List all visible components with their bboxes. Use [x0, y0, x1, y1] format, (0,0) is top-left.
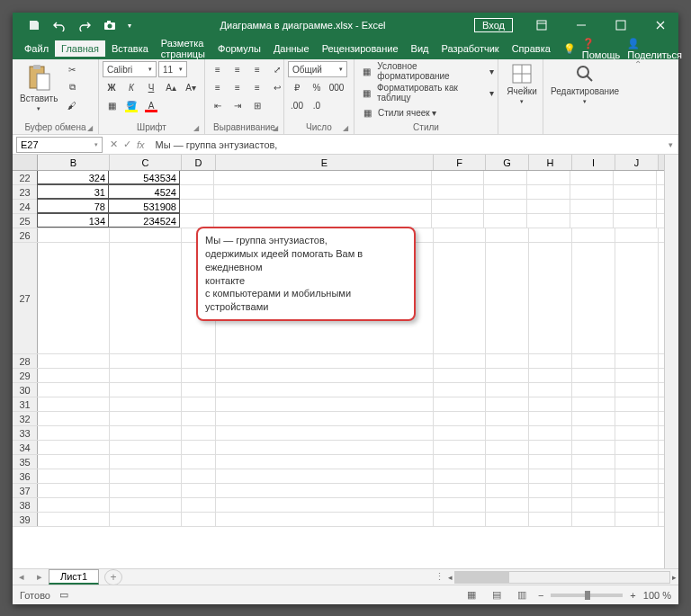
cell[interactable]	[216, 441, 434, 454]
cell[interactable]	[572, 498, 615, 512]
cell[interactable]: 234524	[108, 213, 180, 228]
row-header[interactable]: 24	[13, 200, 38, 213]
row-header[interactable]: 23	[13, 185, 38, 199]
cells-button[interactable]: Ячейки▾	[502, 61, 542, 107]
column-header[interactable]: H	[529, 155, 572, 170]
cell[interactable]	[572, 383, 615, 397]
menu-file[interactable]: Файл	[18, 40, 55, 57]
cell[interactable]	[614, 171, 657, 184]
worksheet-grid[interactable]: BCDEFGHIJ 223245435342331452424785319082…	[13, 155, 678, 568]
cell[interactable]	[572, 354, 615, 368]
cell[interactable]	[529, 412, 572, 425]
cell[interactable]	[572, 513, 615, 526]
maximize-icon[interactable]	[603, 13, 639, 38]
cell[interactable]	[110, 441, 182, 454]
cell[interactable]	[216, 513, 434, 526]
bold-icon[interactable]: Ж	[103, 79, 121, 95]
cell[interactable]	[572, 441, 615, 454]
menu-formulas[interactable]: Формулы	[211, 40, 267, 57]
align-bottom-icon[interactable]: ≡	[248, 61, 266, 77]
cell[interactable]	[529, 513, 572, 526]
row-header[interactable]: 25	[13, 214, 38, 228]
cell[interactable]	[486, 469, 529, 483]
collapse-ribbon-icon[interactable]: ⌃	[630, 59, 646, 134]
vertical-scrollbar[interactable]	[664, 155, 678, 568]
cell[interactable]	[434, 484, 486, 497]
fx-icon[interactable]: fx	[137, 139, 145, 150]
redo-icon[interactable]	[77, 18, 92, 32]
cell[interactable]	[110, 228, 182, 242]
cell[interactable]	[182, 354, 216, 368]
share-button[interactable]: 👤 Поделиться	[627, 38, 682, 60]
column-header[interactable]: E	[216, 155, 434, 170]
cell[interactable]	[615, 469, 659, 483]
cell[interactable]	[434, 469, 486, 483]
cell[interactable]	[434, 228, 486, 242]
cell[interactable]	[572, 426, 615, 440]
cell[interactable]	[434, 369, 486, 382]
column-header[interactable]: G	[486, 155, 529, 170]
dialog-launcher-icon[interactable]: ◢	[87, 124, 93, 132]
row-header[interactable]: 38	[13, 498, 38, 512]
cell[interactable]	[615, 397, 659, 411]
sheet-tab[interactable]: Лист1	[49, 569, 99, 585]
cell[interactable]	[529, 397, 572, 411]
font-name-select[interactable]: Calibri ▾	[103, 61, 157, 77]
cell[interactable]: 543534	[108, 171, 180, 184]
cell[interactable]	[216, 354, 434, 368]
zoom-level[interactable]: 100 %	[643, 590, 671, 601]
cell[interactable]	[615, 383, 659, 397]
cell[interactable]	[434, 354, 486, 368]
cell[interactable]	[216, 383, 434, 397]
cell[interactable]	[527, 185, 570, 199]
borders-icon[interactable]: ▦	[103, 97, 121, 113]
cell[interactable]	[615, 513, 659, 526]
cell[interactable]	[180, 171, 214, 184]
row-header[interactable]: 29	[13, 369, 38, 382]
column-header[interactable]: F	[434, 155, 486, 170]
row-header[interactable]: 32	[13, 412, 38, 425]
cell[interactable]	[572, 369, 615, 382]
cell[interactable]	[214, 185, 432, 199]
menu-review[interactable]: Рецензирование	[316, 40, 405, 57]
font-size-select[interactable]: 11 ▾	[158, 61, 187, 77]
cut-icon[interactable]: ✂	[63, 61, 81, 77]
cell[interactable]	[434, 426, 486, 440]
cell[interactable]	[484, 185, 527, 199]
cell-styles-button[interactable]: ▦Стили ячеек ▾	[358, 104, 436, 121]
cell[interactable]	[38, 469, 110, 483]
cell[interactable]	[615, 369, 659, 382]
cell[interactable]	[216, 469, 434, 483]
font-color-icon[interactable]: A	[142, 97, 160, 113]
column-header[interactable]: D	[182, 155, 216, 170]
normal-view-icon[interactable]: ▦	[462, 588, 480, 603]
copy-icon[interactable]: ⧉	[63, 79, 81, 95]
cell[interactable]	[486, 426, 529, 440]
cell[interactable]	[180, 200, 214, 213]
cell[interactable]	[570, 200, 614, 213]
underline-icon[interactable]: Ч	[142, 79, 160, 95]
cell[interactable]	[432, 185, 484, 199]
cell[interactable]	[434, 513, 486, 526]
format-painter-icon[interactable]: 🖌	[63, 97, 81, 113]
cell[interactable]	[182, 469, 216, 483]
menu-insert[interactable]: Вставка	[105, 40, 155, 57]
macro-record-icon[interactable]: ▭	[59, 589, 68, 601]
cell[interactable]	[38, 397, 110, 411]
cell[interactable]	[110, 455, 182, 469]
cell[interactable]	[38, 412, 110, 425]
menu-data[interactable]: Данные	[267, 40, 316, 57]
cell[interactable]	[486, 383, 529, 397]
align-top-icon[interactable]: ≡	[209, 61, 227, 77]
cell[interactable]	[216, 397, 434, 411]
row-header[interactable]: 28	[13, 354, 38, 368]
row-header[interactable]: 33	[13, 426, 38, 440]
cell[interactable]	[110, 354, 182, 368]
cell[interactable]	[614, 214, 657, 228]
dialog-launcher-icon[interactable]: ◢	[343, 124, 348, 132]
cell[interactable]	[486, 397, 529, 411]
row-header[interactable]: 31	[13, 397, 38, 411]
camera-icon[interactable]	[103, 18, 117, 32]
cell[interactable]	[486, 228, 529, 242]
cell[interactable]	[570, 185, 614, 199]
